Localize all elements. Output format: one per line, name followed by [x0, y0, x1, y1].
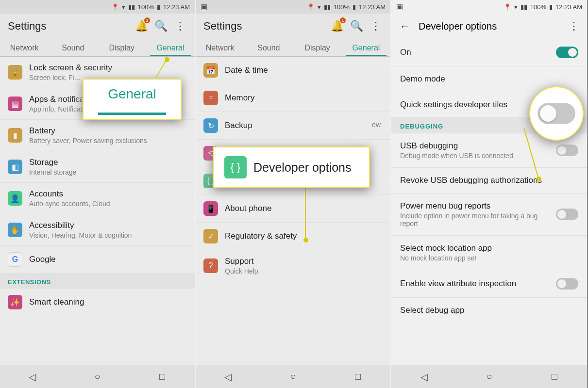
item-about-phone[interactable]: 📱 About phone: [196, 195, 390, 223]
nav-home[interactable]: ○: [287, 371, 299, 383]
nav-recent[interactable]: □: [352, 371, 364, 383]
search-icon[interactable]: 🔍: [154, 19, 168, 33]
signal-icon: ▮▮: [521, 3, 527, 11]
callout-dot: [165, 57, 169, 62]
lock-icon: 🔒: [8, 65, 22, 80]
clock: 12:23 AM: [555, 3, 582, 11]
nav-bar: ◁ ○ □: [391, 365, 587, 388]
tab-display[interactable]: Display: [98, 39, 146, 56]
overflow-icon[interactable]: ⋮: [369, 19, 383, 33]
row-on[interactable]: On: [391, 39, 587, 66]
location-icon: 📍: [111, 3, 119, 11]
battery-icon: ▮: [157, 3, 160, 11]
phone-screen-2: ▣ 📍 ▾ ▮▮ 100% ▮ 12:23 AM Settings 🔔1 🔍 ⋮…: [196, 0, 391, 388]
status-bar: ▣ 📍 ▾ ▮▮ 100% ▮ 12:23 AM: [391, 0, 587, 14]
tab-general[interactable]: General: [146, 39, 195, 56]
location-icon: 📍: [504, 3, 511, 11]
wifi-icon: ▾: [122, 3, 125, 11]
item-support[interactable]: ? SupportQuick Help: [196, 250, 390, 281]
item-storage[interactable]: ◧ StorageInternal storage: [0, 151, 195, 183]
page-title: Settings: [8, 20, 129, 32]
toggle-power-bug-reports[interactable]: [556, 209, 578, 220]
nav-bar: ◁ ○ □: [196, 365, 390, 388]
nav-recent[interactable]: □: [156, 371, 168, 383]
tab-sound[interactable]: Sound: [49, 39, 97, 56]
signal-icon: ▮▮: [324, 3, 331, 11]
developer-icon: { }: [224, 156, 247, 178]
nav-back[interactable]: ◁: [418, 371, 430, 383]
smart-cleaning-icon: ✨: [8, 295, 22, 309]
regulatory-icon: ✓: [203, 229, 218, 243]
settings-tabs: Network Sound Display General: [0, 39, 195, 57]
screenshot-icon: ▣: [396, 2, 403, 11]
phone-screen-1: 📍 ▾ ▮▮ 100% ▮ 12:23 AM Settings 🔔1 🔍 ⋮ N…: [0, 0, 196, 388]
memory-icon: ⌗: [203, 91, 218, 105]
status-bar: ▣ 📍 ▾ ▮▮ 100% ▮ 12:23 AM: [196, 0, 390, 14]
item-smart-cleaning[interactable]: ✨ Smart cleaning: [0, 289, 195, 316]
nav-recent[interactable]: □: [549, 371, 560, 383]
support-icon: ?: [203, 259, 218, 273]
wifi-icon: ▾: [514, 3, 518, 11]
wifi-icon: ▾: [318, 3, 321, 11]
calendar-icon: 📅: [203, 63, 218, 78]
search-icon[interactable]: 🔍: [350, 19, 363, 33]
row-power-bug-reports[interactable]: Power menu bug reportsInclude option in …: [391, 194, 587, 236]
overflow-icon[interactable]: ⋮: [173, 19, 187, 33]
row-view-attr-inspection[interactable]: Enable view attribute inspection: [391, 270, 587, 298]
item-memory[interactable]: ⌗ Memory: [196, 84, 390, 112]
clock: 12:23 AM: [359, 3, 386, 11]
tab-sound[interactable]: Sound: [244, 39, 293, 56]
location-icon: 📍: [307, 3, 315, 11]
developer-header: ← Developer options ⋮: [391, 14, 587, 39]
page-title: Developer options: [419, 21, 561, 32]
toggle-usb-debugging[interactable]: [556, 145, 578, 156]
toggle-off-magnified: [538, 103, 575, 124]
apps-icon: ▦: [8, 97, 22, 111]
battery-pct: 100%: [334, 3, 350, 11]
battery-item-icon: ▮: [8, 128, 22, 143]
notifications-icon[interactable]: 🔔1: [134, 19, 148, 33]
row-select-debug-app[interactable]: Select debug app: [391, 298, 587, 323]
item-battery[interactable]: ▮ BatteryBattery saver, Power saving exc…: [0, 120, 195, 151]
nav-back[interactable]: ◁: [27, 371, 38, 383]
item-accounts[interactable]: 👤 AccountsAuto-sync accounts, Cloud: [0, 183, 195, 214]
row-mock-location[interactable]: Select mock location appNo mock location…: [391, 236, 587, 270]
status-bar: 📍 ▾ ▮▮ 100% ▮ 12:23 AM: [0, 0, 195, 14]
notif-badge: 1: [144, 17, 150, 23]
toggle-on[interactable]: [556, 47, 578, 58]
phone-icon: 📱: [203, 201, 218, 216]
nav-home[interactable]: ○: [91, 371, 103, 383]
overflow-icon[interactable]: ⋮: [569, 20, 579, 32]
item-accessibility[interactable]: ✋ AccessibilityVision, Hearing, Motor & …: [0, 214, 195, 246]
accessibility-icon: ✋: [8, 223, 22, 237]
google-icon: G: [8, 252, 22, 267]
screenshot-icon: ▣: [201, 2, 207, 11]
callout-dot: [537, 177, 541, 181]
nav-back[interactable]: ◁: [222, 371, 234, 383]
phone-screen-3: ▣ 📍 ▾ ▮▮ 100% ▮ 12:23 AM ← Developer opt…: [391, 0, 587, 388]
back-arrow-icon[interactable]: ←: [399, 19, 411, 33]
nav-home[interactable]: ○: [483, 371, 495, 383]
callout-developer-options: { } Developer options: [213, 146, 370, 188]
accounts-icon: 👤: [8, 191, 22, 206]
battery-pct: 100%: [138, 3, 154, 11]
tab-display[interactable]: Display: [293, 39, 342, 56]
tab-general[interactable]: General: [342, 39, 390, 56]
page-title: Settings: [203, 20, 324, 32]
toggle-view-attr[interactable]: [556, 278, 578, 290]
backup-icon: ↻: [203, 118, 218, 133]
notif-badge: 1: [340, 17, 346, 23]
item-backup[interactable]: ↻ Backup ew: [196, 112, 390, 140]
tab-network[interactable]: Network: [196, 39, 244, 56]
notifications-icon[interactable]: 🔔1: [330, 19, 344, 33]
item-google[interactable]: G Google: [0, 246, 195, 274]
app-header: Settings 🔔1 🔍 ⋮: [196, 14, 390, 39]
settings-list[interactable]: 📅 Date & time ⌗ Memory ↻ Backup ew ⟲ Res…: [196, 57, 390, 365]
callout-line: [305, 188, 306, 239]
nav-bar: ◁ ○ □: [0, 365, 195, 388]
item-date-time[interactable]: 📅 Date & time: [196, 57, 390, 84]
item-regulatory[interactable]: ✓ Regulatory & safety: [196, 223, 390, 250]
tab-network[interactable]: Network: [0, 39, 49, 56]
row-revoke-auth[interactable]: Revoke USB debugging authorizations: [391, 168, 587, 194]
battery-icon: ▮: [549, 3, 553, 11]
